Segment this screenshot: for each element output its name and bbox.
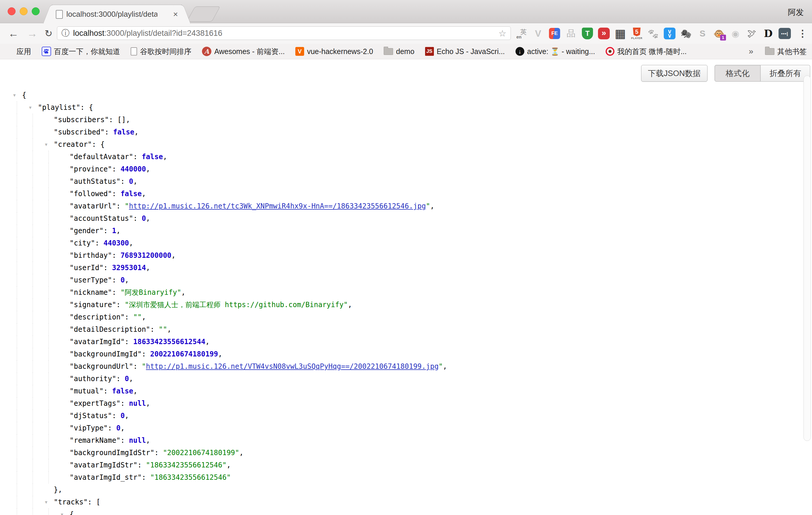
json-value: "阿发Binaryify" [120,288,181,296]
bookmark-label: active: ⏳ - waiting... [527,47,595,56]
collapse-toggle-icon[interactable]: ▼ [45,496,47,508]
collapse-toggle-icon[interactable]: ▼ [29,101,31,114]
json-value: false [120,190,142,198]
json-key: "backgroundUrl" [69,362,133,371]
page-info-icon[interactable]: ⓘ [61,28,69,39]
json-line: "backgroundUrl": "http://p1.music.126.ne… [0,360,812,373]
indent-guide [49,188,49,200]
collapse-toggle-icon[interactable]: ▼ [13,89,16,101]
bookmark-active-download[interactable]: ↓active: ⏳ - waiting... [516,47,595,56]
json-line: "backgroundImgId": 2002210674180199, [0,348,812,360]
tab-title: localhost:3000/playlist/detail? [66,10,157,19]
browser-tab[interactable]: localhost:3000/playlist/detail? × [52,5,182,24]
html5-player-extension-icon[interactable]: 5PLAYER [631,27,643,40]
password-extension-icon[interactable]: •••| [779,27,791,40]
json-value: , [171,251,176,260]
bookmark-weibo[interactable]: 我的首页 微博-随时... [606,47,687,56]
fe-extension-icon[interactable]: FE [548,27,561,40]
json-value: , [218,350,222,358]
json-line: "backgroundImgIdStr": "2002210674180199"… [0,447,812,459]
blue-chevron-extension-icon[interactable]: ∨ ∨ [663,27,676,40]
scrollbar-thumb[interactable] [804,76,811,441]
bookmark-star-icon[interactable]: ☆ [498,28,506,38]
view-toggle-group: 格式化 折叠所有 [715,65,810,82]
collapse-toggle-icon[interactable]: ▼ [45,138,47,151]
bookmark-label: 应用 [17,47,31,56]
json-value: 768931200000 [120,251,171,260]
monkey-extension-icon[interactable]: 🐵1 [713,27,725,40]
json-key: "followed" [69,190,112,198]
json-value: }, [54,486,62,494]
json-url-link[interactable]: http://p1.music.126.net/tc3Wk_XNPmwiR4hx… [129,202,426,210]
weibo-extension-icon[interactable]: ◉ [729,27,742,40]
json-url-link[interactable]: http://p1.music.126.net/VTW4vsN08vwL3uSQ… [146,362,439,371]
collapse-all-button[interactable]: 折叠所有 [761,65,810,82]
bookmark-vue-hackernews[interactable]: Vvue-hackernews-2.0 [295,47,373,56]
translate-extension-icon[interactable]: 英en [516,27,528,40]
json-value: , [142,190,146,198]
page-content: 下载JSON数据 格式化 折叠所有 ▼{▼"playlist": {"subsc… [0,59,812,515]
back-icon[interactable]: ← [8,23,19,44]
bird-extension-icon[interactable]: 🕊 [746,27,758,40]
json-value: , [129,375,133,383]
bookmark-echojs[interactable]: JSEcho JS - JavaScri... [425,47,505,56]
indent-guide [49,200,49,212]
other-bookmarks-folder[interactable]: 其他书签 [765,47,807,56]
json-value: 32953014 [112,264,146,272]
minimize-window-button[interactable] [20,7,28,15]
json-line: ▼"tracks": [ [0,496,812,508]
folder-icon [384,48,393,55]
json-key: "gender" [69,227,104,235]
json-key: "vipType" [69,424,108,432]
tampermonkey-extension-icon[interactable]: T [581,27,593,40]
indent-guide [33,188,33,200]
qrcode-extension-icon[interactable]: ▦ [614,27,627,40]
json-value: null [129,399,146,407]
json-value: false [113,128,134,136]
close-window-button[interactable] [8,7,16,15]
browser-menu-icon[interactable]: ⋮ [798,23,807,44]
json-key: "avatarImgIdStr" [69,461,137,469]
json-value: null [129,436,146,445]
s-extension-icon[interactable]: S [696,27,709,40]
indent-guide [49,471,49,484]
json-value: , [116,227,120,235]
paw-extension-icon[interactable]: 🐾 [647,27,659,40]
bookmark-google-sort[interactable]: 谷歌按时间排序 [130,47,192,56]
mask-extension-icon[interactable]: 🎭 [680,27,692,40]
indent-guide [33,262,33,274]
download-json-button[interactable]: 下载JSON数据 [641,65,707,82]
bookmark-demo[interactable]: demo [384,47,414,56]
collapse-toggle-icon[interactable]: ▼ [61,508,63,515]
sitemap-extension-icon[interactable]: 品 [565,27,577,40]
bookmarks-overflow-icon[interactable]: » [749,47,753,56]
zoom-window-button[interactable] [32,7,40,15]
json-line: "gender": 1, [0,225,812,237]
bookmark-baidu[interactable]: 百度一下，你就知道 [42,47,120,56]
indent-guide [33,175,33,188]
json-tree-view: ▼{▼"playlist": {"subscribers": [],"subsc… [0,89,812,515]
json-value: , [120,424,124,432]
bookmark-awesomes[interactable]: AAwesomes - 前端资... [202,47,285,56]
json-key: "authStatus" [69,177,120,185]
json-line: "userId": 32953014, [0,262,812,274]
json-key: "description" [69,313,125,321]
new-tab-button[interactable] [187,6,221,22]
fastforward-extension-icon[interactable]: » [598,27,610,40]
tab-close-icon[interactable]: × [171,10,180,19]
json-value: : [116,301,125,309]
json-value: : [112,190,121,198]
reload-icon[interactable]: ↻ [45,23,53,44]
darkreader-extension-icon[interactable]: D [762,27,775,40]
json-value: : [154,449,163,457]
indent-guide [49,151,49,163]
json-line: "subscribed": false, [0,126,812,138]
json-key: "detailDescription" [69,325,150,334]
json-value: , [430,202,434,210]
vue-devtools-extension-icon[interactable]: V [532,27,544,40]
indent-guide [33,397,33,409]
format-button[interactable]: 格式化 [715,65,761,82]
address-bar[interactable]: ⓘ localhost :3000/playlist/detail?id=243… [57,26,511,40]
json-value: , [135,128,139,136]
bookmark-apps[interactable]: 应用 [5,47,31,56]
